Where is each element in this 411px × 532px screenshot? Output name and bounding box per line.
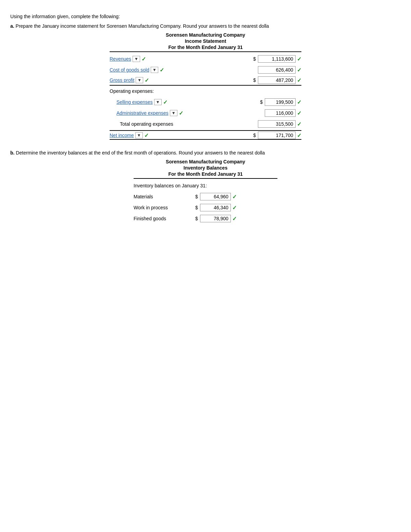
net-income-check: ✓ [144, 132, 149, 139]
revenues-row: Revenues ▼ ✓ $ 1,113,600 ✓ [110, 54, 301, 64]
net-income-dollar: $ [253, 133, 256, 138]
gross-profit-row: Gross profit ▼ ✓ $ 487,200 ✓ [110, 76, 301, 86]
statement-period-a: For the Month Ended January 31 [110, 45, 301, 52]
part-a-section: a. Prepare the January income statement … [10, 23, 401, 140]
selling-dollar: $ [260, 99, 263, 105]
revenues-label-area: Revenues ▼ ✓ [110, 56, 253, 62]
gross-profit-check: ✓ [145, 77, 149, 84]
statement-title-b: Inventory Balances [134, 165, 277, 171]
revenues-dollar: $ [253, 56, 256, 62]
finished-goods-value[interactable]: 78,900 [200, 215, 231, 222]
net-income-value-check: ✓ [297, 132, 301, 139]
net-income-row: Net income ▼ ✓ $ 171,700 ✓ [110, 130, 301, 140]
company-name-b: Sorensen Manufacturing Company [134, 159, 277, 164]
wip-dollar: $ [195, 205, 198, 210]
inventory-block: Sorensen Manufacturing Company Inventory… [134, 159, 277, 223]
selling-expenses-row: Selling expenses ▼ ✓ $ 199,500 ✓ [110, 97, 301, 107]
net-income-right: $ 171,700 ✓ [253, 132, 301, 139]
materials-dollar: $ [195, 194, 198, 199]
gross-profit-right: $ 487,200 ✓ [253, 76, 301, 84]
revenues-value[interactable]: 1,113,600 [258, 55, 296, 63]
cogs-value[interactable]: 626,400 [258, 66, 296, 74]
op-expenses-label: Operating expenses: [110, 88, 301, 94]
cogs-link[interactable]: Cost of goods sold [110, 67, 149, 73]
materials-value[interactable]: 64,960 [200, 193, 231, 200]
revenues-link[interactable]: Revenues [110, 56, 131, 62]
inv-intro-row: Inventory balances on January 31: [134, 181, 277, 190]
revenues-dropdown[interactable]: ▼ [133, 56, 140, 62]
income-statement-block: Sorensen Manufacturing Company Income St… [110, 32, 301, 140]
finished-goods-check: ✓ [232, 215, 237, 222]
materials-right: $ 64,960 ✓ [195, 193, 237, 200]
net-income-label-area: Net income ▼ ✓ [110, 132, 253, 139]
net-income-dropdown[interactable]: ▼ [135, 132, 143, 138]
admin-expenses-dropdown[interactable]: ▼ [170, 110, 177, 116]
gross-profit-link[interactable]: Gross profit [110, 77, 134, 83]
cogs-dropdown[interactable]: ▼ [151, 67, 158, 73]
cogs-row: Cost of goods sold ▼ ✓ 626,400 ✓ [110, 65, 301, 75]
gross-profit-value[interactable]: 487,200 [258, 76, 296, 84]
admin-expenses-row: Administrative expenses ▼ ✓ 116,000 ✓ [110, 108, 301, 118]
instructions-text: Using the information given, complete th… [10, 14, 401, 19]
selling-expenses-label-area: Selling expenses ▼ ✓ [110, 99, 260, 106]
part-b-section: b. Determine the inventory balances at t… [10, 150, 401, 223]
materials-label: Materials [134, 194, 195, 199]
total-op-expenses-right: 315,500 ✓ [258, 120, 301, 128]
part-b-label: b. Determine the inventory balances at t… [10, 150, 401, 156]
part-a-label: a. Prepare the January income statement … [10, 23, 401, 29]
finished-goods-right: $ 78,900 ✓ [195, 215, 237, 222]
cogs-right: 626,400 ✓ [258, 66, 301, 74]
admin-expenses-link[interactable]: Administrative expenses [116, 110, 169, 116]
selling-expenses-link[interactable]: Selling expenses [116, 99, 153, 105]
wip-row: Work in process $ 46,340 ✓ [134, 203, 277, 212]
admin-expenses-label-area: Administrative expenses ▼ ✓ [110, 110, 265, 116]
cogs-value-check: ✓ [297, 67, 301, 73]
admin-expenses-right: 116,000 ✓ [265, 109, 301, 117]
selling-expenses-dropdown[interactable]: ▼ [154, 99, 162, 105]
finished-goods-row: Finished goods $ 78,900 ✓ [134, 214, 277, 223]
revenues-value-check: ✓ [297, 56, 301, 62]
total-op-expenses-value[interactable]: 315,500 [258, 120, 296, 128]
total-op-expenses-row: Total operating expenses 315,500 ✓ [110, 119, 301, 129]
revenues-check: ✓ [141, 56, 146, 62]
total-op-expenses-label-area: Total operating expenses [110, 121, 258, 127]
materials-check: ✓ [232, 194, 237, 200]
revenues-right: $ 1,113,600 ✓ [253, 55, 301, 63]
selling-expenses-right: $ 199,500 ✓ [260, 98, 301, 106]
selling-expenses-value-check: ✓ [297, 99, 301, 106]
finished-goods-dollar: $ [195, 216, 198, 221]
cogs-check: ✓ [160, 67, 164, 73]
admin-expenses-check: ✓ [179, 110, 183, 116]
total-op-expenses-check: ✓ [297, 121, 301, 127]
gross-profit-dropdown[interactable]: ▼ [136, 77, 143, 83]
net-income-value[interactable]: 171,700 [258, 132, 296, 139]
selling-expenses-value[interactable]: 199,500 [265, 98, 296, 106]
company-name-a: Sorensen Manufacturing Company [110, 32, 301, 38]
materials-row: Materials $ 64,960 ✓ [134, 192, 277, 201]
selling-expenses-check: ✓ [163, 99, 167, 106]
cogs-label-area: Cost of goods sold ▼ ✓ [110, 67, 258, 73]
admin-expenses-value-check: ✓ [297, 110, 301, 116]
wip-right: $ 46,340 ✓ [195, 204, 237, 211]
inv-intro-label: Inventory balances on January 31: [134, 183, 207, 188]
admin-expenses-value[interactable]: 116,000 [265, 109, 296, 117]
gross-profit-label-area: Gross profit ▼ ✓ [110, 77, 253, 84]
wip-label: Work in process [134, 205, 195, 210]
op-expenses-label-row: Operating expenses: [110, 86, 301, 96]
gross-profit-dollar: $ [253, 77, 256, 83]
finished-goods-label: Finished goods [134, 216, 195, 221]
statement-period-b: For the Month Ended January 31 [134, 171, 277, 179]
gross-profit-value-check: ✓ [297, 77, 301, 84]
net-income-link[interactable]: Net income [110, 133, 134, 138]
wip-check: ✓ [232, 205, 237, 211]
statement-title-a: Income Statement [110, 38, 301, 44]
wip-value[interactable]: 46,340 [200, 204, 231, 211]
